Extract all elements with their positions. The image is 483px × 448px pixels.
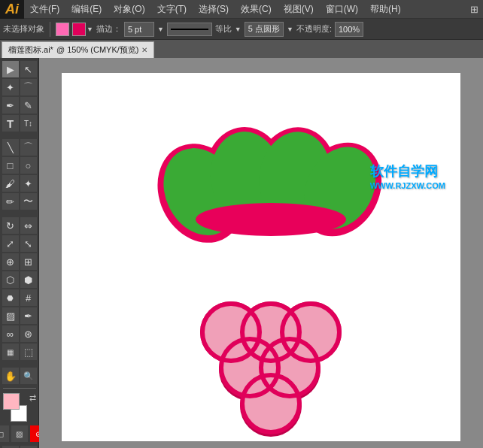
tool-eyedropper[interactable]: ✒ [20, 307, 37, 324]
tool-mesh[interactable]: # [20, 289, 37, 306]
tool-gradient[interactable]: ▨ [2, 307, 19, 324]
tool-live-paint[interactable]: ⬢ [20, 271, 37, 288]
tool-paintbrush[interactable]: 🖌 [2, 175, 19, 192]
leaves-group [141, 120, 397, 256]
tool-touch-type[interactable]: T↕ [20, 115, 37, 132]
tool-shape-builder[interactable]: ⬡ [2, 271, 19, 288]
illustration [62, 73, 460, 441]
tool-free-transform[interactable]: ⊞ [20, 253, 37, 270]
tool-bar-graph[interactable]: ▦ [2, 344, 19, 360]
menu-edit[interactable]: 编辑(E) [65, 0, 108, 19]
tool-rotate[interactable]: ↻ [2, 217, 19, 234]
watermark: 软件自学网 WWW.RJZXW.COM [370, 163, 445, 192]
stroke-dropdown-icon[interactable]: ▼ [87, 26, 93, 33]
tab-close-button[interactable]: ✕ [141, 46, 147, 54]
tool-line[interactable]: ╲ [2, 139, 19, 156]
canvas-area: 软件自学网 WWW.RJZXW.COM [39, 58, 483, 448]
tool-reflect[interactable]: ⇔ [20, 217, 37, 234]
tool-pen[interactable]: ✒ [2, 97, 19, 114]
fill-color-swatch[interactable] [56, 23, 69, 36]
tool-smooth[interactable]: 〜 [20, 193, 37, 210]
tool-lasso[interactable]: ⌒ [20, 79, 37, 95]
options-bar: 未选择对象 ▼ 描边： 5 pt ▼ 等比 ▼ 5 点圆形 ▼ 不透明度: 10… [0, 19, 483, 40]
tool-direct-selection[interactable]: ↖ [20, 61, 37, 77]
tool-perspective[interactable]: ⬣ [2, 289, 19, 306]
stroke-label: 描边： [96, 23, 121, 35]
tool-artboard[interactable]: ⬚ [20, 344, 37, 360]
align-label: 等比 [215, 23, 232, 35]
main-area: ▶ ↖ ✦ ⌒ ✒ ✎ T T↕ ╲ ⌒ □ ○ 🖌 ✦ ✏ 〜 [0, 58, 483, 448]
tool-none[interactable]: ◻ [0, 425, 9, 442]
tool-blend[interactable]: ∞ [2, 325, 19, 342]
app-logo: Ai [0, 0, 24, 19]
shape-dropdown[interactable]: ▼ [287, 26, 293, 33]
align-dropdown[interactable]: ▼ [235, 26, 242, 33]
tool-symbol[interactable]: ⊛ [20, 325, 37, 342]
svg-point-8 [196, 203, 346, 236]
tool-hand[interactable]: ✋ [2, 368, 19, 384]
selection-status: 未选择对象 [3, 23, 44, 35]
opacity-value[interactable]: 100% [335, 22, 363, 37]
menu-items: 文件(F) 编辑(E) 对象(O) 文字(T) 选择(S) 效果(C) 视图(V… [24, 0, 407, 19]
document-tab[interactable]: 榴莲图标.ai* @ 150% (CMYK/预览) ✕ [2, 41, 154, 58]
tab-bar: 榴莲图标.ai* @ 150% (CMYK/预览) ✕ [0, 40, 483, 58]
layout-icon[interactable]: ⊞ [470, 4, 478, 15]
swap-colors-icon[interactable]: ⇄ [29, 393, 36, 403]
menu-help[interactable]: 帮助(H) [364, 0, 407, 19]
tool-type[interactable]: T [2, 115, 19, 132]
menu-bar: Ai 文件(F) 编辑(E) 对象(O) 文字(T) 选择(S) 效果(C) 视… [0, 0, 483, 19]
color-swatches: ⇄ [3, 393, 36, 422]
canvas[interactable]: 软件自学网 WWW.RJZXW.COM [62, 73, 460, 441]
tool-arc[interactable]: ⌒ [20, 139, 37, 156]
menu-type[interactable]: 文字(T) [151, 0, 193, 19]
tool-blob-brush[interactable]: ✦ [20, 175, 37, 192]
watermark-line1: 软件自学网 [370, 163, 445, 180]
foreground-color[interactable] [3, 393, 20, 410]
toolbar: ▶ ↖ ✦ ⌒ ✒ ✎ T T↕ ╲ ⌒ □ ○ 🖌 ✦ ✏ 〜 [0, 58, 39, 448]
menu-view[interactable]: 视图(V) [278, 0, 320, 19]
menu-select[interactable]: 选择(S) [193, 0, 235, 19]
tool-rect[interactable]: □ [2, 157, 19, 174]
menu-file[interactable]: 文件(F) [24, 0, 65, 19]
stroke-value[interactable]: 5 pt [124, 22, 154, 37]
line-style[interactable] [167, 23, 212, 36]
grapes-group [200, 301, 342, 437]
tab-filename: 榴莲图标.ai* [8, 44, 53, 56]
tool-scale[interactable]: ⤢ [2, 235, 19, 252]
tool-shear[interactable]: ⤡ [20, 235, 37, 252]
tool-warp[interactable]: ⊕ [2, 253, 19, 270]
tool-gradient2[interactable]: ▨ [11, 425, 28, 442]
opacity-label: 不透明度: [296, 23, 332, 35]
tool-zoom[interactable]: 🔍 [20, 368, 37, 384]
tool-selection[interactable]: ▶ [2, 61, 19, 77]
watermark-line2: WWW.RJZXW.COM [370, 180, 445, 191]
menu-window[interactable]: 窗口(W) [320, 0, 364, 19]
menu-object[interactable]: 对象(O) [108, 0, 150, 19]
menu-effect[interactable]: 效果(C) [235, 0, 278, 19]
tool-curvature[interactable]: ✎ [20, 97, 37, 114]
stroke-color-swatch[interactable] [72, 23, 86, 36]
tool-ellipse[interactable]: ○ [20, 157, 37, 174]
shape-label[interactable]: 5 点圆形 [245, 22, 284, 37]
tab-zoom: @ 150% (CMYK/预览) [56, 44, 139, 56]
tool-pencil[interactable]: ✏ [2, 193, 19, 210]
tool-magic-wand[interactable]: ✦ [2, 79, 19, 95]
stroke-unit-dropdown[interactable]: ▼ [157, 26, 164, 33]
